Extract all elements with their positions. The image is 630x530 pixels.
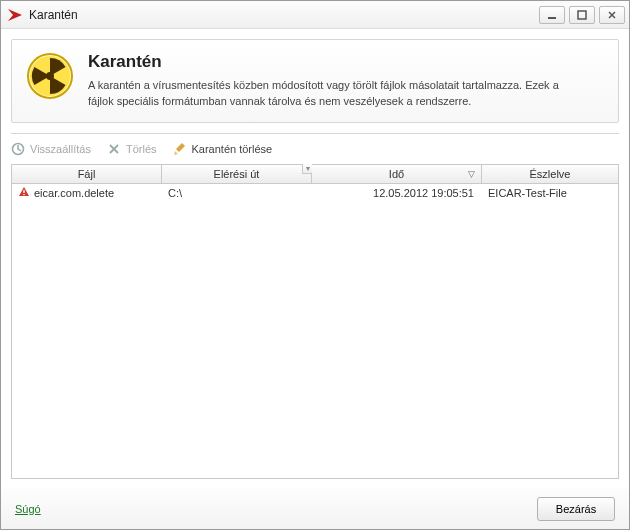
svg-point-5	[46, 72, 54, 80]
svg-rect-7	[23, 190, 24, 193]
footer: Súgó Bezárás	[1, 487, 629, 529]
quarantine-table: Fájl Elérési út▾ Idő▽ Észlelve eicar.com…	[11, 164, 619, 479]
quarantine-window: Karantén	[0, 0, 630, 530]
table-body: eicar.com.delete C:\ 12.05.2012 19:05:51…	[12, 184, 618, 478]
delete-icon	[107, 142, 121, 156]
close-button[interactable]	[599, 6, 625, 24]
maximize-button[interactable]	[569, 6, 595, 24]
svg-rect-8	[23, 194, 24, 195]
info-box: Karantén A karantén a vírusmentesítés kö…	[11, 39, 619, 123]
help-link[interactable]: Súgó	[15, 503, 41, 515]
column-file[interactable]: Fájl	[12, 165, 162, 183]
column-time[interactable]: Idő▽	[312, 165, 482, 183]
delete-button[interactable]: Törlés	[107, 142, 157, 156]
page-title: Karantén	[88, 52, 568, 72]
radiation-icon	[26, 52, 74, 100]
window-title: Karantén	[29, 8, 535, 22]
svg-rect-1	[548, 17, 556, 19]
restore-button[interactable]: Visszaállítás	[11, 142, 91, 156]
action-toolbar: Visszaállítás Törlés Karantén törlése	[11, 133, 619, 156]
column-detected[interactable]: Észlelve	[482, 165, 618, 183]
minimize-button[interactable]	[539, 6, 565, 24]
content-area: Karantén A karantén a vírusmentesítés kö…	[1, 29, 629, 487]
svg-rect-2	[578, 11, 586, 19]
broom-icon	[173, 142, 187, 156]
column-path[interactable]: Elérési út▾	[162, 165, 312, 183]
sort-desc-icon: ▽	[468, 169, 475, 179]
cell-time: 12.05.2012 19:05:51	[312, 187, 482, 199]
titlebar: Karantén	[1, 1, 629, 29]
restore-icon	[11, 142, 25, 156]
svg-marker-0	[8, 9, 22, 21]
filter-icon[interactable]: ▾	[302, 164, 312, 174]
app-icon	[7, 7, 23, 23]
page-description: A karantén a vírusmentesítés közben módo…	[88, 78, 568, 110]
clear-label: Karantén törlése	[192, 143, 273, 155]
table-header: Fájl Elérési út▾ Idő▽ Észlelve	[12, 165, 618, 184]
close-dialog-button[interactable]: Bezárás	[537, 497, 615, 521]
cell-detected: EICAR-Test-File	[482, 187, 618, 199]
table-row[interactable]: eicar.com.delete C:\ 12.05.2012 19:05:51…	[12, 184, 618, 202]
restore-label: Visszaállítás	[30, 143, 91, 155]
delete-label: Törlés	[126, 143, 157, 155]
info-text: Karantén A karantén a vírusmentesítés kö…	[88, 52, 568, 110]
cell-path: C:\	[162, 187, 312, 199]
cell-file: eicar.com.delete	[12, 186, 162, 200]
clear-quarantine-button[interactable]: Karantén törlése	[173, 142, 273, 156]
threat-icon	[18, 186, 30, 200]
